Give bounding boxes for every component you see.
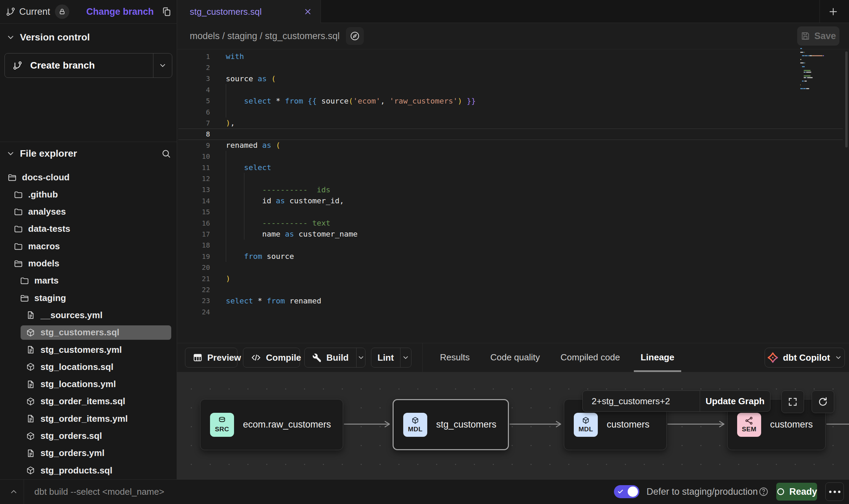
code-line-13[interactable]: 13 ---------- ids — [177, 184, 849, 195]
create-branch-dropdown[interactable] — [153, 53, 172, 77]
defer-toggle[interactable] — [614, 485, 639, 498]
tree-item-stg-customers-sql[interactable]: stg_customers.sql — [0, 324, 175, 341]
tree-item--github[interactable]: .github — [0, 186, 175, 203]
update-graph-button[interactable]: Update Graph — [700, 391, 770, 411]
create-branch-button[interactable]: Create branch — [4, 53, 172, 78]
fullscreen-button[interactable] — [781, 391, 804, 413]
result-tab-code-quality[interactable]: Code quality — [490, 343, 540, 372]
tree-item-stg-locations-sql[interactable]: stg_locations.sql — [0, 358, 175, 375]
tree-item-label: staging — [34, 293, 66, 303]
line-number: 23 — [177, 297, 210, 305]
code-line-23[interactable]: 23select * from renamed — [177, 295, 849, 307]
tree-item-staging[interactable]: staging — [0, 289, 175, 307]
code-line-6[interactable]: 6 — [177, 106, 849, 118]
copy-icon[interactable] — [161, 7, 172, 17]
lint-dropdown[interactable] — [400, 348, 411, 367]
save-label: Save — [814, 31, 836, 41]
code-line-10[interactable]: 10 — [177, 151, 849, 162]
dbt-copilot-icon — [767, 352, 778, 363]
code-editor[interactable]: 1with23source as (45 select * from {{ so… — [177, 49, 849, 343]
compile-label: Compile — [266, 352, 301, 363]
tree-item-analyses[interactable]: analyses — [0, 203, 175, 220]
line-number: 6 — [177, 108, 210, 116]
more-options-button[interactable] — [825, 482, 844, 501]
new-tab-button[interactable] — [825, 3, 841, 20]
line-number: 8 — [177, 130, 210, 138]
tree-item-label: models — [28, 258, 59, 269]
line-content: select * from {{ source('ecom', 'raw_cus… — [226, 97, 476, 105]
code-line-2[interactable]: 2 — [177, 62, 849, 73]
code-line-1[interactable]: 1with — [177, 51, 849, 62]
command-input[interactable]: dbt build --select <model_name> — [34, 479, 164, 504]
save-button[interactable]: Save — [797, 26, 839, 46]
tree-item-macros[interactable]: macros — [0, 238, 175, 255]
tree-item-marts[interactable]: marts — [0, 272, 175, 289]
editor-scrollbar[interactable] — [845, 51, 848, 147]
code-line-11[interactable]: 11 select — [177, 162, 849, 173]
change-branch-link[interactable]: Change branch — [86, 7, 154, 17]
lint-label: Lint — [377, 352, 394, 363]
build-dropdown[interactable] — [356, 348, 365, 367]
tree-item-stg-orders-sql[interactable]: stg_orders.sql — [0, 428, 175, 445]
tab-stg-customers-sql[interactable]: stg_customers.sql — [177, 0, 321, 23]
code-line-19[interactable]: 19 from source — [177, 251, 849, 262]
code-line-7[interactable]: 7), — [177, 117, 849, 129]
divider — [819, 0, 820, 23]
tree-item-docs-cloud[interactable]: docs-cloud — [0, 169, 175, 186]
code-line-21[interactable]: 21) — [177, 273, 849, 284]
code-line-17[interactable]: 17 name as customer_name — [177, 228, 849, 240]
file-explorer-title: File explorer — [20, 148, 77, 159]
tree-item-stg-products-sql[interactable]: stg_products.sql — [0, 462, 175, 479]
code-line-8[interactable]: 8 — [177, 129, 849, 140]
file-explorer-section[interactable]: File explorer — [0, 146, 177, 161]
sidebar: Current Change branch Version control — [0, 0, 177, 479]
code-line-20[interactable]: 20 — [177, 262, 849, 273]
code-line-18[interactable]: 18 — [177, 240, 849, 251]
copilot-compass-button[interactable] — [346, 27, 364, 45]
lineage-node-src-ecom-raw-customers[interactable]: SRCecom.raw_customers — [200, 399, 343, 450]
code-line-4[interactable]: 4 — [177, 84, 849, 95]
minimap[interactable] — [800, 48, 825, 93]
line-number: 4 — [177, 86, 210, 94]
tree-item-label: docs-cloud — [22, 172, 70, 183]
code-line-15[interactable]: 15 — [177, 206, 849, 218]
code-line-22[interactable]: 22 — [177, 284, 849, 295]
refresh-button[interactable] — [812, 391, 834, 413]
tree-item-stg-order-items-yml[interactable]: stg_order_items.yml — [0, 410, 175, 427]
search-icon[interactable] — [161, 149, 171, 158]
code-line-14[interactable]: 14 id as customer_id, — [177, 195, 849, 206]
tree-item-stg-customers-yml[interactable]: stg_customers.yml — [0, 341, 175, 358]
code-line-12[interactable]: 12 — [177, 173, 849, 184]
close-icon[interactable] — [303, 7, 312, 16]
compile-button[interactable]: Compile — [243, 348, 300, 368]
collapse-command-bar-button[interactable] — [5, 483, 22, 500]
code-line-5[interactable]: 5 select * from {{ source('ecom', 'raw_c… — [177, 95, 849, 107]
dbt-copilot-button[interactable]: dbt Copilot — [765, 348, 845, 368]
result-tab-lineage[interactable]: Lineage — [641, 343, 674, 372]
ide-status-ready-button[interactable]: Ready — [776, 483, 817, 501]
code-line-3[interactable]: 3source as ( — [177, 73, 849, 84]
lineage-selector-input[interactable]: 2+stg_customers+2 — [583, 391, 700, 411]
build-label: Build — [326, 352, 349, 363]
code-line-16[interactable]: 16 ---------- text — [177, 217, 849, 229]
code-line-9[interactable]: 9renamed as ( — [177, 140, 849, 151]
lint-button[interactable]: Lint — [371, 348, 411, 368]
tree-item-label: stg_orders.sql — [40, 431, 102, 441]
preview-button[interactable]: Preview — [185, 348, 237, 368]
code-line-24[interactable]: 24 — [177, 306, 849, 317]
tree-item-data-tests[interactable]: data-tests — [0, 220, 175, 238]
git-branch-icon — [12, 60, 23, 71]
tree-item-models[interactable]: models — [0, 255, 175, 272]
help-icon[interactable] — [758, 487, 769, 497]
version-control-section[interactable]: Version control — [0, 30, 177, 45]
result-tab-results[interactable]: Results — [440, 343, 470, 372]
tree-item-stg-order-items-sql[interactable]: stg_order_items.sql — [0, 393, 175, 410]
tree-item-stg-orders-yml[interactable]: stg_orders.yml — [0, 445, 175, 462]
chevron-down-icon — [835, 354, 842, 361]
build-button[interactable]: Build — [304, 348, 365, 368]
result-tab-compiled-code[interactable]: Compiled code — [560, 343, 620, 372]
node-label: stg_customers — [436, 419, 497, 430]
lineage-node-mdl-stg-customers[interactable]: MDLstg_customers — [393, 399, 509, 450]
tree-item-stg-locations-yml[interactable]: stg_locations.yml — [0, 376, 175, 393]
tree-item--sources-yml[interactable]: __sources.yml — [0, 307, 175, 324]
